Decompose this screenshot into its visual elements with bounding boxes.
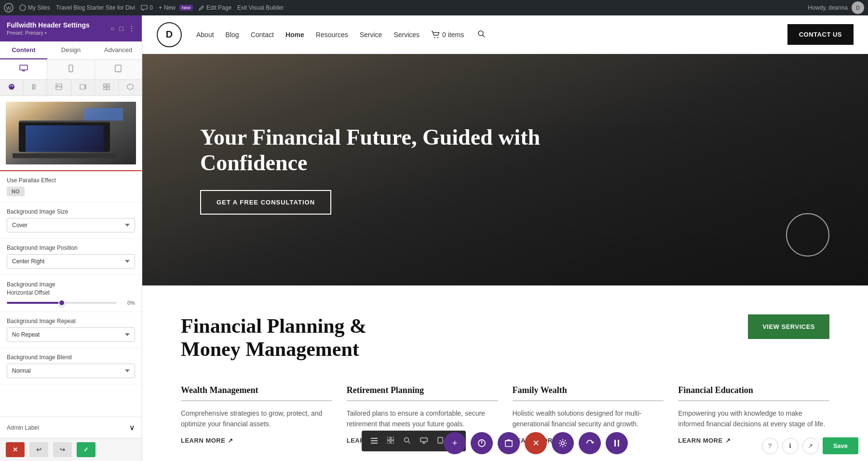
edit-page-link[interactable]: Edit Page	[199, 4, 231, 11]
svg-point-8	[9, 84, 14, 90]
nav-services[interactable]: Services	[393, 31, 420, 39]
slider-fill	[7, 302, 62, 304]
learn-more-1[interactable]: LEARN MORE ↗	[181, 437, 332, 444]
panel-header-icons: ○ □ ⋮	[110, 25, 135, 32]
toolbar-search-btn[interactable]	[400, 434, 414, 447]
fab-settings-button[interactable]	[552, 432, 574, 454]
svg-rect-3	[20, 65, 27, 70]
bg-size-select[interactable]: Cover Contain Auto	[7, 218, 135, 232]
bg-repeat-field: Background Image Repeat No Repeat Repeat…	[0, 312, 142, 348]
nav-home[interactable]: Home	[285, 31, 304, 39]
comments-link[interactable]: 0	[141, 4, 153, 11]
fab-trash-button[interactable]	[498, 432, 520, 454]
video-sub-btn[interactable]	[71, 80, 95, 95]
tab-advanced[interactable]: Advanced	[95, 41, 142, 59]
parallax-label: Use Parallax Effect	[7, 177, 135, 184]
svg-rect-25	[387, 441, 390, 444]
panel-title: Fullwidth Header Settings	[7, 21, 90, 29]
bg-hoffset-field: Background ImageHorizontal Offset 0%	[0, 275, 142, 312]
admin-avatar[interactable]: D	[852, 1, 864, 14]
panel-info-icon[interactable]: ○	[110, 25, 114, 32]
hero-cta-button[interactable]: GET A FREE CONSULTATION	[200, 190, 331, 215]
save-button[interactable]: Save	[823, 437, 858, 454]
nav-blog[interactable]: Blog	[226, 31, 239, 39]
toolbar-grid-btn[interactable]	[384, 434, 397, 447]
pattern-sub-btn[interactable]	[95, 80, 119, 95]
svg-rect-20	[371, 438, 378, 439]
parallax-toggle-row: NO	[7, 187, 135, 196]
my-sites-menu[interactable]: My Sites	[19, 4, 50, 11]
search-icon[interactable]	[477, 30, 485, 40]
nav-contact[interactable]: Contact	[251, 31, 274, 39]
svg-point-35	[561, 442, 564, 445]
svg-point-27	[405, 438, 409, 442]
undo-button[interactable]: ↩	[29, 442, 48, 457]
bg-blend-select[interactable]: Normal Multiply Screen Overlay	[7, 364, 135, 378]
nav-service[interactable]: Service	[360, 31, 382, 39]
nav-resources[interactable]: Resources	[316, 31, 348, 39]
panel-expand-icon[interactable]: □	[120, 25, 123, 32]
wp-logo[interactable]: W	[4, 3, 14, 13]
svg-rect-12	[80, 84, 85, 89]
bg-image-preview[interactable]	[6, 102, 136, 164]
fab-pause-button[interactable]	[606, 432, 628, 454]
site-name[interactable]: Travel Blog Starter Site for Divi	[56, 4, 135, 11]
bg-hoffset-label: Background ImageHorizontal Offset	[7, 281, 135, 297]
service-card-title-4: Financial Education	[678, 385, 829, 395]
svg-point-5	[70, 70, 71, 71]
parallax-field: Use Parallax Effect NO	[0, 171, 142, 203]
toolbar-desktop-btn[interactable]	[417, 435, 431, 447]
desktop-type-btn[interactable]	[0, 60, 47, 79]
nav-about[interactable]: About	[196, 31, 214, 39]
cancel-button[interactable]: ✕	[6, 442, 25, 457]
svg-rect-23	[387, 437, 390, 440]
bg-position-select[interactable]: Center Right Center Left Center Center	[7, 254, 135, 269]
check-button[interactable]: ✓	[77, 442, 95, 457]
view-services-button[interactable]: VIEW SERVICES	[748, 314, 829, 339]
slider-thumb[interactable]	[58, 299, 65, 306]
new-menu[interactable]: + New New	[159, 4, 193, 11]
color-sub-btn[interactable]	[0, 80, 24, 95]
fab-power-button[interactable]	[471, 432, 493, 454]
external-icon-btn[interactable]: ↗	[802, 438, 819, 454]
help-icon-btn[interactable]: ?	[762, 438, 778, 454]
svg-text:W: W	[6, 5, 12, 11]
nav-cart[interactable]: 0 items	[431, 31, 464, 39]
bg-size-label: Background Image Size	[7, 208, 135, 215]
service-card-wealth: Wealth Management Comprehensive strategi…	[181, 385, 332, 445]
slider-row: 0%	[7, 300, 135, 306]
fab-refresh-button[interactable]	[579, 432, 601, 454]
slider-track[interactable]	[7, 302, 117, 304]
svg-rect-34	[505, 441, 512, 447]
tab-design[interactable]: Design	[47, 41, 95, 59]
parallax-toggle[interactable]: NO	[7, 187, 25, 196]
panel-dots-icon[interactable]: ⋮	[128, 25, 135, 32]
redo-button[interactable]: ↪	[53, 442, 72, 457]
gradient-sub-btn[interactable]	[24, 80, 47, 95]
service-card-education: Financial Education Empowering you with …	[678, 385, 829, 445]
admin-label-chevron: ∨	[129, 423, 135, 432]
site-logo[interactable]: D	[157, 22, 182, 47]
service-desc-4: Empowering you with knowledge to make in…	[678, 408, 829, 430]
admin-label-text: Admin Label	[7, 424, 39, 431]
contact-us-button[interactable]: CONTACT US	[787, 24, 854, 45]
bg-repeat-select[interactable]: No Repeat Repeat Repeat X Repeat Y	[7, 327, 135, 342]
admin-label-section[interactable]: Admin Label ∨	[0, 417, 142, 438]
mask-sub-btn[interactable]	[119, 80, 142, 95]
fab-add-button[interactable]: +	[444, 432, 466, 454]
image-sub-btn[interactable]	[47, 80, 71, 95]
svg-point-17	[434, 37, 435, 38]
arrow-icon-4: ↗	[725, 437, 731, 444]
info-icon-btn[interactable]: ℹ	[782, 438, 799, 454]
tab-content[interactable]: Content	[0, 41, 47, 59]
tablet-type-btn[interactable]	[95, 60, 142, 79]
svg-rect-36	[614, 440, 616, 447]
toolbar-list-btn[interactable]	[367, 435, 381, 447]
exit-visual-builder[interactable]: Exit Visual Builder	[237, 4, 284, 11]
wp-admin-bar: W My Sites Travel Blog Starter Site for …	[0, 0, 868, 15]
panel-tabs: Content Design Advanced	[0, 41, 142, 60]
phone-type-btn[interactable]	[47, 60, 95, 79]
hero-decorative-circle	[786, 213, 829, 257]
fab-close-button[interactable]: ✕	[525, 432, 547, 454]
service-divider-1	[181, 400, 332, 401]
